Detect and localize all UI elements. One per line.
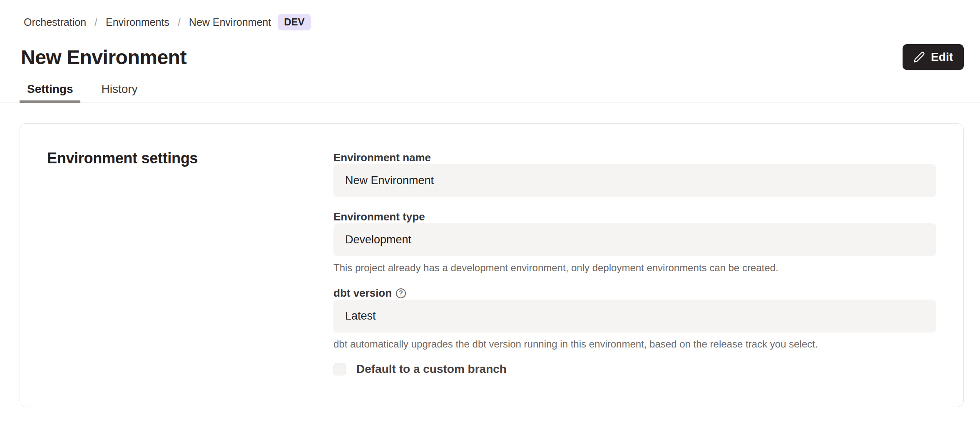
tab-settings[interactable]: Settings xyxy=(20,78,80,102)
settings-form: Environment name Environment type This p… xyxy=(333,124,963,407)
custom-branch-checkbox[interactable] xyxy=(333,363,346,375)
field-environment-type: Environment type This project already ha… xyxy=(333,210,936,273)
environment-name-label-text: Environment name xyxy=(333,151,431,164)
main-content: Orchestration / Environments / New Envir… xyxy=(0,14,980,407)
environment-name-label: Environment name xyxy=(333,151,936,164)
dbt-version-label: dbt version ? xyxy=(333,287,936,300)
dbt-version-helper: dbt automatically upgrades the dbt versi… xyxy=(333,339,936,350)
custom-branch-label: Default to a custom branch xyxy=(356,363,507,375)
edit-button[interactable]: Edit xyxy=(903,44,964,70)
field-dbt-version: dbt version ? dbt automatically upgrades… xyxy=(333,287,936,350)
field-environment-name: Environment name xyxy=(333,151,936,197)
environment-type-helper: This project already has a development e… xyxy=(333,262,936,273)
pencil-icon xyxy=(913,51,925,63)
dbt-version-label-text: dbt version xyxy=(333,287,392,300)
page-header: New Environment Edit xyxy=(20,44,964,70)
breadcrumb-separator: / xyxy=(95,16,97,28)
environment-type-label-text: Environment type xyxy=(333,210,425,223)
breadcrumb: Orchestration / Environments / New Envir… xyxy=(24,14,964,30)
environment-name-input[interactable] xyxy=(333,164,936,197)
environment-dev-badge: DEV xyxy=(278,14,311,30)
help-icon[interactable]: ? xyxy=(396,288,406,298)
dbt-version-input[interactable] xyxy=(333,300,936,332)
environment-settings-card: Environment settings Environment name En… xyxy=(20,123,964,407)
breadcrumb-item-current: New Environment xyxy=(189,16,271,28)
page-title: New Environment xyxy=(21,46,187,69)
breadcrumb-separator: / xyxy=(178,16,181,28)
breadcrumb-item-environments[interactable]: Environments xyxy=(106,16,169,28)
environment-type-input[interactable] xyxy=(333,223,936,256)
breadcrumb-item-orchestration[interactable]: Orchestration xyxy=(24,16,86,28)
card-heading-column: Environment settings xyxy=(20,124,333,407)
environment-type-label: Environment type xyxy=(333,210,936,223)
custom-branch-row: Default to a custom branch xyxy=(333,363,936,375)
page: Orchestration / Environments / New Envir… xyxy=(0,14,980,425)
edit-button-label: Edit xyxy=(931,50,953,64)
tab-history[interactable]: History xyxy=(94,78,145,102)
card-heading: Environment settings xyxy=(47,150,333,167)
tabs-bar: Settings History xyxy=(0,78,980,103)
